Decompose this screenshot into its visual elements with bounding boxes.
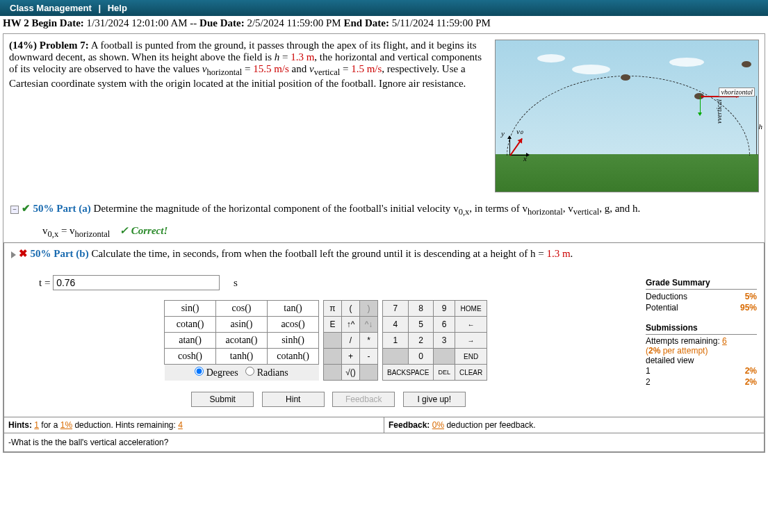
fn-acos[interactable]: acos()	[268, 317, 319, 333]
radians-radio[interactable]: Radians	[245, 367, 288, 378]
fn-cos[interactable]: cos()	[216, 301, 268, 317]
fn-sinh[interactable]: sinh()	[268, 333, 319, 349]
answer-input-row: t = s	[11, 268, 646, 297]
correct-label: ✓ Correct!	[120, 225, 168, 236]
key-3[interactable]: 3	[434, 333, 455, 349]
giveup-button[interactable]: I give up!	[403, 392, 466, 407]
function-grid: sin()cos()tan() cotan()asin()acos() atan…	[164, 300, 319, 381]
key-pi[interactable]: π	[324, 301, 342, 317]
fn-tanh[interactable]: tanh()	[216, 349, 268, 365]
key-div[interactable]: /	[342, 333, 360, 349]
key-minus[interactable]: -	[360, 349, 378, 365]
key-sqrt[interactable]: √()	[342, 365, 360, 381]
key-mul[interactable]: *	[360, 333, 378, 349]
fn-atan[interactable]: atan()	[165, 333, 216, 349]
key-left[interactable]: ←	[455, 317, 487, 333]
key-rparen[interactable]: )	[360, 301, 378, 317]
key-end[interactable]: END	[455, 349, 487, 365]
key-pow-down[interactable]: ^↓	[360, 317, 378, 333]
football-icon	[742, 61, 751, 67]
check-icon: ✔	[22, 203, 31, 214]
end-date: 5/11/2024 11:59:00 PM	[392, 17, 491, 28]
problem-statement: (14%) Problem 7: A football is punted fr…	[9, 40, 495, 192]
hint-text: -What is the the ball's vertical acceler…	[4, 433, 764, 451]
hw-begin-label: HW 2 Begin Date:	[3, 17, 84, 28]
part-b-header: ✖ 50% Part (b) Calculate the time, in se…	[4, 243, 764, 264]
football-icon	[621, 74, 630, 81]
fn-cotanh[interactable]: cotanh()	[268, 349, 319, 365]
key-plus[interactable]: +	[342, 349, 360, 365]
part-b-container: ✖ 50% Part (b) Calculate the time, in se…	[3, 242, 765, 452]
key-backspace[interactable]: BACKSPACE	[383, 365, 434, 381]
fn-acotan[interactable]: acotan()	[216, 333, 268, 349]
date-row: HW 2 Begin Date: 1/31/2024 12:01:00 AM -…	[0, 16, 768, 31]
fn-sin[interactable]: sin()	[165, 301, 216, 317]
key-1[interactable]: 1	[383, 333, 409, 349]
grade-summary: Grade Summary Deductions5% Potential95% …	[646, 268, 757, 413]
fn-asin[interactable]: asin()	[216, 317, 268, 333]
keyboard-area: sin()cos()tan() cotan()asin()acos() atan…	[11, 297, 646, 383]
fn-tan[interactable]: tan()	[268, 301, 319, 317]
help-link[interactable]: Help	[108, 3, 127, 13]
key-0[interactable]: 0	[408, 349, 434, 365]
answer-input[interactable]	[53, 275, 220, 290]
key-5[interactable]: 5	[408, 317, 434, 333]
expand-icon[interactable]	[11, 251, 16, 258]
detailed-view-link[interactable]: detailed view	[646, 356, 757, 365]
key-9[interactable]: 9	[434, 301, 455, 317]
numpad-grid: 789HOME 456← 123→ 0END BACKSPACEDELCLEAR	[382, 300, 487, 381]
action-buttons: Submit Hint Feedback I give up!	[11, 383, 646, 413]
class-mgmt-link[interactable]: Class Management	[10, 3, 92, 13]
problem-container: (14%) Problem 7: A football is punted fr…	[3, 33, 765, 453]
key-4[interactable]: 4	[383, 317, 409, 333]
degrees-radio[interactable]: Degrees	[195, 367, 238, 378]
header-sep: |	[98, 3, 101, 13]
key-pow-up[interactable]: ↑^	[342, 317, 360, 333]
header-bar: Class Management | Help	[0, 0, 768, 16]
key-del[interactable]: DEL	[434, 365, 455, 381]
key-lparen[interactable]: (	[342, 301, 360, 317]
feedback-button[interactable]: Feedback	[332, 392, 395, 407]
due-date: 2/5/2024 11:59:00 PM	[247, 17, 341, 28]
key-7[interactable]: 7	[383, 301, 409, 317]
fn-cosh[interactable]: cosh()	[165, 349, 216, 365]
hints-info: Hints: 1 for a 1% deduction. Hints remai…	[4, 417, 384, 433]
key-home[interactable]: HOME	[455, 301, 487, 317]
x-icon: ✖	[19, 248, 28, 259]
key-2[interactable]: 2	[408, 333, 434, 349]
collapse-icon[interactable]: −	[10, 206, 19, 214]
hints-feedback-row: Hints: 1 for a 1% deduction. Hints remai…	[4, 417, 764, 433]
part-a-answer: v0,x = vhorizontal ✓ Correct!	[3, 222, 765, 242]
part-a-header: − ✔ 50% Part (a) Determine the magnitude…	[3, 198, 765, 222]
key-right[interactable]: →	[455, 333, 487, 349]
fn-cotan[interactable]: cotan()	[165, 317, 216, 333]
feedback-info: Feedback: 0% deduction per feedback.	[384, 417, 764, 433]
key-8[interactable]: 8	[408, 301, 434, 317]
hint-button[interactable]: Hint	[262, 392, 325, 407]
key-6[interactable]: 6	[434, 317, 455, 333]
due-label: Due Date:	[199, 17, 245, 28]
submit-button[interactable]: Submit	[191, 392, 254, 407]
begin-date: 1/31/2024 12:01:00 AM	[87, 17, 188, 28]
problem-diagram: y x v₀ vhorizontal vvertical h	[495, 40, 759, 192]
end-label: End Date:	[343, 17, 389, 28]
key-e[interactable]: E	[324, 317, 342, 333]
key-clear[interactable]: CLEAR	[455, 365, 487, 381]
symbol-grid: π() E↑^^↓ /* +- √()	[323, 300, 378, 381]
